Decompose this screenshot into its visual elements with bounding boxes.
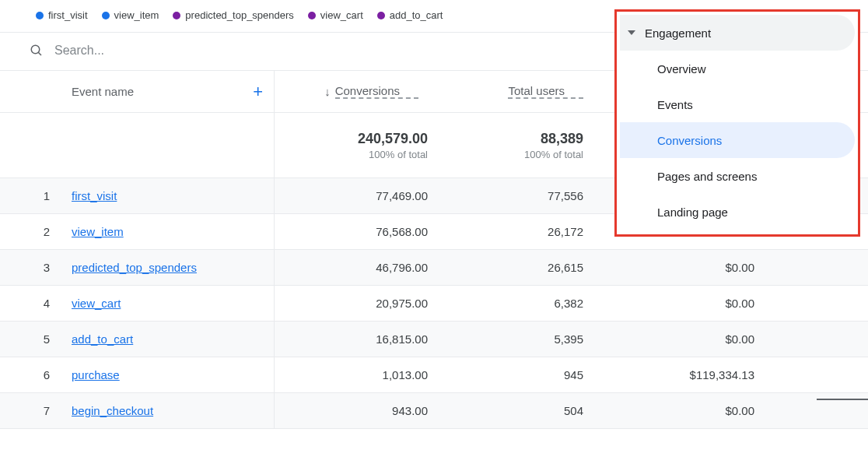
event-link[interactable]: view_item	[72, 225, 124, 238]
col-event-name: Event name	[72, 85, 134, 98]
cell-users: 504	[437, 404, 593, 417]
nav-item-label: Landing page	[657, 206, 728, 219]
cell-users: 945	[437, 368, 593, 381]
cell-revenue: $119,334.13	[593, 368, 764, 381]
legend-label: predicted_top_spenders	[185, 9, 294, 21]
legend-dot-icon	[377, 12, 385, 19]
add-dimension-button[interactable]: +	[253, 83, 263, 100]
table-row: 6purchase1,013.00945$119,334.13	[0, 357, 868, 393]
search-icon	[30, 44, 44, 58]
row-index: 5	[0, 332, 72, 346]
row-index: 3	[0, 261, 72, 274]
event-link[interactable]: add_to_cart	[72, 332, 133, 346]
cell-conversions: 46,796.00	[274, 250, 437, 285]
legend-label: first_visit	[48, 9, 88, 21]
row-index: 4	[0, 297, 72, 310]
table-row: 7begin_checkout943.00504$0.00	[0, 393, 868, 429]
event-link[interactable]: first_visit	[72, 189, 117, 202]
legend-item[interactable]: add_to_cart	[377, 9, 443, 21]
table-row: 4view_cart20,975.006,382$0.00	[0, 286, 868, 322]
cell-revenue: $0.00	[593, 332, 764, 346]
legend-item[interactable]: predicted_top_spenders	[173, 9, 294, 21]
legend-dot-icon	[102, 12, 110, 19]
cell-conversions: 943.00	[274, 393, 437, 428]
cell-conversions: 16,815.00	[274, 322, 437, 357]
sum-users-pct: 100% of total	[437, 149, 583, 160]
cell-users: 77,556	[437, 189, 593, 202]
cell-users: 26,172	[437, 225, 593, 238]
legend-item[interactable]: view_item	[102, 9, 159, 21]
legend-item[interactable]: view_cart	[308, 9, 363, 21]
row-index: 1	[0, 189, 72, 202]
cell-users: 5,395	[437, 332, 593, 346]
report-nav-panel: Engagement OverviewEventsConversionsPage…	[614, 9, 860, 237]
cell-conversions: 20,975.00	[274, 286, 437, 321]
event-link[interactable]: view_cart	[72, 297, 121, 310]
caret-down-icon	[628, 30, 635, 35]
nav-item-landing-page[interactable]: Landing page	[620, 194, 855, 230]
event-link[interactable]: begin_checkout	[72, 404, 153, 417]
nav-item-pages-and-screens[interactable]: Pages and screens	[620, 158, 855, 194]
cell-revenue: $0.00	[593, 404, 764, 417]
cell-revenue: $0.00	[593, 297, 764, 310]
legend-label: add_to_cart	[390, 9, 443, 21]
sum-users: 88,389	[437, 131, 583, 147]
cell-conversions: 1,013.00	[274, 357, 437, 392]
nav-item-conversions[interactable]: Conversions	[620, 122, 855, 158]
row-index: 7	[0, 404, 72, 417]
nav-item-label: Overview	[657, 62, 706, 76]
svg-point-0	[31, 45, 40, 54]
legend-item[interactable]: first_visit	[36, 9, 88, 21]
svg-line-1	[38, 52, 41, 55]
legend-dot-icon	[173, 12, 180, 19]
sum-conversions: 240,579.00	[275, 131, 428, 147]
nav-item-label: Pages and screens	[657, 170, 757, 183]
legend-dot-icon	[36, 12, 44, 19]
cell-revenue: $0.00	[593, 261, 764, 274]
event-link[interactable]: predicted_top_spenders	[72, 261, 197, 274]
legend-dot-icon	[308, 12, 316, 19]
cell-conversions: 76,568.00	[274, 214, 437, 249]
col-total-users[interactable]: Total users	[508, 84, 583, 99]
row-index: 2	[0, 225, 72, 238]
nav-item-label: Conversions	[657, 134, 722, 147]
nav-item-label: Events	[657, 98, 693, 111]
row-index: 6	[0, 368, 72, 381]
col-conversions[interactable]: Conversions	[335, 84, 418, 99]
nav-children: OverviewEventsConversionsPages and scree…	[620, 51, 855, 230]
sum-conversions-pct: 100% of total	[275, 149, 428, 160]
cell-users: 6,382	[437, 297, 593, 310]
table-row: 5add_to_cart16,815.005,395$0.00	[0, 322, 868, 357]
sort-desc-icon[interactable]: ↓	[324, 85, 331, 98]
nav-section-engagement[interactable]: Engagement	[620, 15, 855, 51]
nav-item-overview[interactable]: Overview	[620, 51, 855, 86]
cell-conversions: 77,469.00	[274, 178, 437, 213]
cell-users: 26,615	[437, 261, 593, 274]
event-link[interactable]: purchase	[72, 368, 120, 381]
table-row: 3predicted_top_spenders46,796.0026,615$0…	[0, 250, 868, 286]
connector-line	[817, 399, 868, 400]
legend-label: view_cart	[320, 9, 363, 21]
nav-item-events[interactable]: Events	[620, 86, 855, 122]
nav-section-label: Engagement	[645, 26, 711, 40]
legend-label: view_item	[114, 9, 159, 21]
